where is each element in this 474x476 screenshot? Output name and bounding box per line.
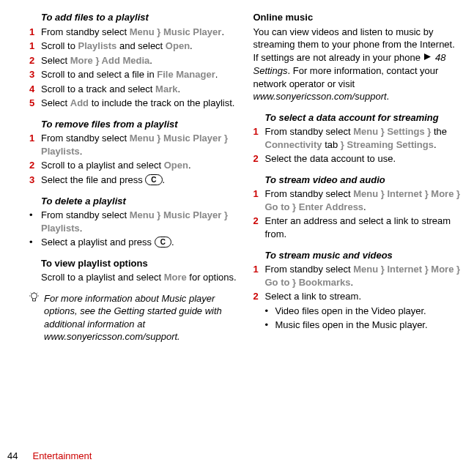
step-text: From standby select Menu } Internet } Mo…: [265, 187, 462, 213]
step-text: From standby select Menu } Settings } th…: [265, 125, 462, 151]
tip-note: For more information about Music player …: [29, 292, 237, 343]
paragraph: You can view videos and listen to music …: [253, 26, 462, 103]
c-key-icon: C: [145, 174, 162, 185]
heading-delete-playlist: To delete a playlist: [29, 195, 237, 208]
sub-bullet: Video files open in the Video player.: [253, 305, 462, 318]
step-text: Scroll to Playlists and select Open.: [41, 40, 237, 53]
step-text: Select More } Add Media.: [41, 54, 237, 67]
step: From standby select Menu } Music Player …: [29, 209, 237, 234]
step-text: From standby select Menu } Music Player.: [41, 26, 237, 39]
step-number: 1: [29, 40, 41, 53]
left-column: To add files to a playlist 1From standby…: [29, 11, 237, 343]
page-number: 44: [7, 450, 18, 461]
section-name: Entertainment: [32, 450, 92, 461]
step: 2Select a link to stream.: [253, 290, 462, 303]
lightbulb-icon: [29, 292, 40, 343]
step-number: 4: [29, 83, 41, 96]
step: 3Select the file and press C.: [29, 174, 237, 187]
step: 2Select the data account to use.: [253, 152, 462, 166]
heading-stream-music-videos: To stream music and videos: [253, 249, 462, 262]
step: 1From standby select Menu } Internet } M…: [253, 187, 462, 213]
step-number: 2: [29, 54, 41, 67]
step-number: 1: [253, 125, 265, 151]
heading-online-music: Online music: [253, 11, 462, 24]
step: 2Scroll to a playlist and select Open.: [29, 159, 237, 172]
step-text: Select the data account to use.: [265, 152, 462, 166]
step-text: From standby select Menu } Music Player …: [41, 209, 237, 234]
step: 1From standby select Menu } Music Player…: [29, 132, 237, 157]
step: 4Scroll to a track and select Mark.: [29, 83, 237, 96]
step-number: 2: [253, 290, 265, 303]
sub-bullet-text: Video files open in the Video player.: [275, 305, 426, 318]
step: 1From standby select Menu } Settings } t…: [253, 125, 462, 151]
page-ref-arrow-icon: [423, 51, 432, 64]
heading-add-files: To add files to a playlist: [29, 11, 237, 24]
step: 1Scroll to Playlists and select Open.: [29, 40, 237, 53]
step: Select a playlist and press C.: [29, 236, 237, 249]
step-text: Scroll to and select a file in File Mana…: [41, 68, 237, 81]
bullet-icon: [265, 319, 275, 332]
svg-line-5: [37, 293, 38, 294]
bullet-icon: [29, 236, 41, 249]
heading-view-options: To view playlist options: [29, 257, 237, 270]
step: 2Enter an address and select a link to s…: [253, 215, 462, 240]
step-text: Scroll to a playlist and select Open.: [41, 159, 237, 172]
bullet-icon: [29, 209, 41, 234]
right-column: Online music You can view videos and lis…: [253, 11, 462, 343]
paragraph: Scroll to a playlist and select More for…: [29, 271, 237, 284]
step-number: 2: [253, 215, 265, 240]
step-text: Select Add to include the track on the p…: [41, 97, 237, 110]
heading-remove-files: To remove files from a playlist: [29, 118, 237, 131]
step: 1From standby select Menu } Music Player…: [29, 26, 237, 39]
heading-stream-video-audio: To stream video and audio: [253, 174, 462, 187]
step: 1From standby select Menu } Internet } M…: [253, 263, 462, 289]
svg-point-0: [32, 293, 37, 299]
step-number: 1: [253, 263, 265, 289]
step-number: 3: [29, 174, 41, 187]
c-key-icon: C: [155, 237, 171, 248]
step: 5Select Add to include the track on the …: [29, 97, 237, 110]
step-number: 1: [29, 26, 41, 39]
step: 3Scroll to and select a file in File Man…: [29, 68, 237, 81]
step-text: Select a playlist and press C.: [41, 236, 237, 249]
step-number: 1: [29, 132, 41, 157]
step-text: From standby select Menu } Internet } Mo…: [265, 263, 462, 289]
step-number: 1: [253, 187, 265, 213]
step-text: From standby select Menu } Music Player …: [41, 132, 237, 157]
page-footer: 44Entertainment: [7, 450, 92, 463]
step-text: Scroll to a track and select Mark.: [41, 83, 237, 96]
sub-bullet-text: Music files open in the Music player.: [275, 319, 428, 332]
heading-select-data-account: To select a data account for streaming: [253, 111, 462, 124]
step-text: Select the file and press C.: [41, 174, 237, 187]
sub-bullet: Music files open in the Music player.: [253, 319, 462, 332]
step: 2Select More } Add Media.: [29, 54, 237, 67]
svg-line-4: [31, 293, 32, 294]
step-number: 2: [29, 159, 41, 172]
step-number: 3: [29, 68, 41, 81]
bullet-icon: [265, 305, 275, 318]
page-columns: To add files to a playlist 1From standby…: [29, 11, 461, 343]
step-number: 2: [253, 152, 265, 166]
step-text: Select a link to stream.: [265, 290, 462, 303]
step-number: 5: [29, 97, 41, 110]
tip-text: For more information about Music player …: [44, 292, 237, 343]
step-text: Enter an address and select a link to st…: [265, 215, 462, 240]
